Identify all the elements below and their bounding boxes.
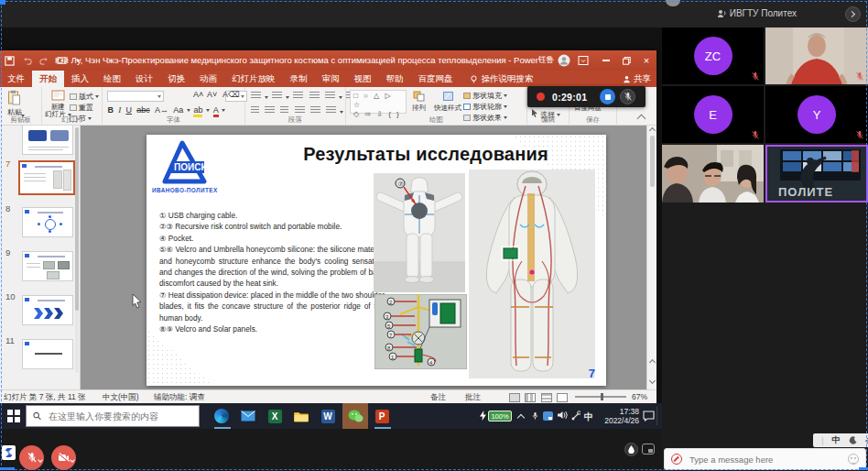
accessibility-status[interactable]: 辅助功能: 调查 (154, 392, 205, 403)
layout-button[interactable]: 版式 (70, 92, 99, 102)
tab-slideshow[interactable]: 幻灯片放映 (224, 71, 283, 87)
align-left-icon[interactable] (251, 106, 259, 114)
reactions-button[interactable] (624, 443, 638, 456)
tell-me-search[interactable]: 操作说明搜索 (461, 71, 543, 87)
tray-display-icon[interactable] (543, 411, 553, 421)
taskbar-wechat-icon[interactable] (345, 406, 365, 426)
comments-button[interactable]: 批注 (465, 392, 481, 403)
new-slide-button[interactable]: 新建 幻灯片 (45, 90, 71, 118)
share-frame-handle[interactable] (0, 0, 5, 5)
tab-draw[interactable]: 绘图 (96, 71, 128, 87)
dark-mode-icon[interactable] (849, 436, 857, 444)
tab-view[interactable]: 视图 (347, 71, 379, 87)
change-case-button[interactable]: Aa (173, 105, 183, 115)
mic-options-chevron[interactable] (38, 457, 43, 463)
font-name-combo[interactable] (107, 91, 164, 102)
zoom-slider[interactable] (575, 396, 626, 398)
slide-sorter-view-icon[interactable] (525, 393, 536, 402)
collapse-panel-button[interactable] (845, 6, 861, 22)
share-button[interactable]: 共享 (623, 71, 651, 87)
tray-speaker-icon[interactable] (558, 411, 568, 420)
thumbnail-slide-6[interactable] (22, 126, 73, 155)
battery-indicator[interactable]: 100% (488, 411, 512, 422)
align-center-icon[interactable] (265, 106, 275, 114)
show-desktop-divider[interactable] (656, 407, 657, 425)
thumbnail-slide-10[interactable] (22, 295, 73, 325)
undo-icon[interactable] (22, 56, 32, 66)
layout-toggle-button[interactable] (642, 444, 655, 455)
tab-help[interactable]: 帮助 (379, 71, 411, 87)
tab-insert[interactable]: 插入 (64, 71, 96, 87)
clear-format-button[interactable]: A⌫ (222, 90, 240, 99)
decrease-indent-icon[interactable] (293, 92, 303, 99)
normal-view-icon[interactable] (509, 393, 520, 402)
mic-muted-button[interactable] (19, 445, 44, 470)
tab-file[interactable]: 文件 (0, 71, 32, 87)
tab-baidu-netdisk[interactable]: 百度网盘 (411, 71, 461, 87)
taskbar-powerpoint-icon[interactable]: P (372, 406, 392, 426)
zoom-slider-thumb[interactable] (601, 393, 603, 400)
bullets-icon[interactable] (251, 92, 261, 99)
language-indicator[interactable]: 中文(中国) (103, 392, 139, 403)
slide-scrollbar[interactable] (646, 126, 656, 389)
bold-button[interactable]: B (108, 105, 114, 115)
taskbar-search[interactable] (26, 405, 200, 427)
notes-button[interactable]: 备注 (430, 392, 446, 403)
taskbar-excel-icon[interactable]: X (265, 406, 285, 426)
scrollbar-thumb[interactable] (650, 136, 655, 187)
shapes-gallery[interactable]: □ ○ △ ▷ ☆ ◇ ⇨ ⇩ { } (350, 90, 407, 114)
slideshow-view-icon[interactable] (557, 393, 568, 402)
zoom-percentage[interactable]: 67% (632, 392, 647, 401)
reading-view-icon[interactable] (541, 393, 552, 402)
recording-mic-muted-button[interactable] (620, 89, 635, 104)
ribbon-display-options-icon[interactable] (578, 55, 589, 66)
thumbnail-scrollbar[interactable] (75, 127, 79, 373)
tab-review[interactable]: 审阅 (315, 71, 347, 87)
shape-outline-button[interactable]: 形状轮廓 (463, 102, 507, 112)
tab-design[interactable]: 设计 (128, 71, 160, 87)
justify-icon[interactable] (295, 106, 305, 114)
close-button[interactable]: × (636, 50, 656, 71)
participant-tile-zc[interactable]: ZC (662, 27, 764, 84)
tab-record[interactable]: 录制 (283, 71, 315, 87)
participant-tile-group[interactable] (662, 145, 764, 203)
camera-options-chevron[interactable] (70, 457, 75, 463)
taskbar-edge-icon[interactable] (212, 406, 232, 426)
underline-button[interactable]: U (125, 105, 132, 115)
search-input[interactable] (47, 411, 192, 422)
participant-tile-video-1[interactable] (765, 27, 868, 84)
thumbnail-slide-7[interactable] (18, 160, 75, 195)
slide[interactable]: ПОИСК ИВАНОВО-ПОЛИТЕХ Результаты исследо… (146, 135, 606, 386)
chat-message-input[interactable] (688, 454, 842, 466)
taskbar-word-icon[interactable]: W (318, 406, 338, 426)
taskbar-explorer-icon[interactable] (291, 406, 311, 426)
thumbnail-slide-8[interactable] (22, 207, 73, 237)
ime-toggle[interactable]: 中 (832, 434, 841, 446)
action-center-icon[interactable] (643, 411, 655, 422)
tray-mic-icon[interactable] (531, 411, 539, 422)
redo-icon[interactable] (39, 56, 49, 66)
tab-animations[interactable]: 动画 (192, 71, 224, 87)
quick-styles-button[interactable]: 快速样式 (434, 91, 461, 113)
taskbar-mail-icon[interactable] (238, 406, 258, 426)
shape-fill-button[interactable]: 形状填充 (463, 91, 507, 101)
columns-icon[interactable] (310, 106, 320, 114)
save-icon[interactable] (5, 56, 15, 66)
start-button[interactable] (7, 410, 20, 422)
thumbnail-slide-9[interactable] (22, 251, 73, 281)
thumbnail-slide-11[interactable] (22, 339, 73, 369)
increase-indent-icon[interactable] (309, 92, 320, 99)
camera-off-button[interactable] (51, 445, 76, 470)
account-avatar[interactable] (558, 54, 570, 67)
tab-home[interactable]: 开始 (32, 71, 64, 87)
share-frame-handle[interactable] (859, 467, 868, 470)
numbering-icon[interactable] (272, 92, 282, 99)
reset-button[interactable]: 重置 (70, 103, 99, 113)
participant-tile-y[interactable]: Y (765, 86, 868, 143)
tab-transitions[interactable]: 切换 (160, 71, 192, 87)
line-spacing-icon[interactable] (325, 92, 335, 99)
collapse-ribbon-chevron[interactable] (637, 115, 646, 124)
grow-font-button[interactable]: A˄ (193, 90, 203, 99)
arrange-button[interactable]: 排列 (412, 91, 426, 113)
align-right-icon[interactable] (280, 106, 288, 114)
